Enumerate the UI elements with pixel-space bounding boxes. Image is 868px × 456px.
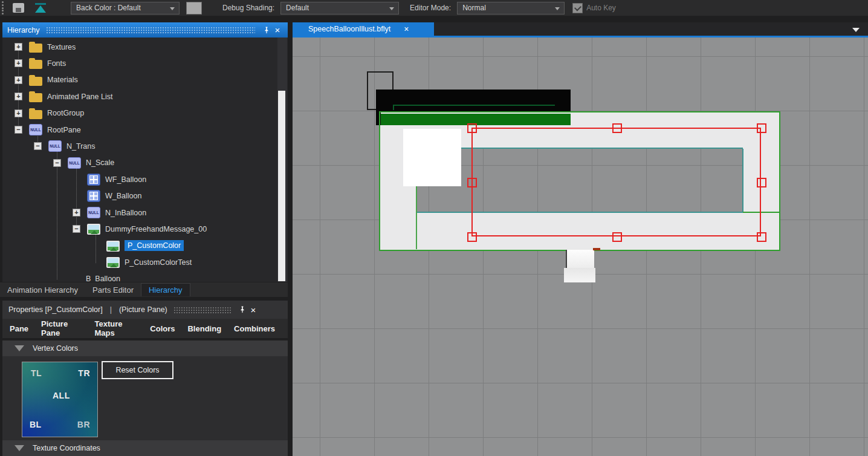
null-pane-icon: NULL [68,157,81,169]
pin-icon[interactable] [237,304,248,315]
vertex-label-tl[interactable]: TL [31,368,42,378]
selection-rectangle[interactable] [471,128,761,236]
back-color-value: Back Color : Default [76,4,141,12]
document-tab-bar: SpeechBalloonIllust.bflyt × [293,22,868,36]
auto-key-checkbox[interactable] [572,3,583,13]
tree-item-label[interactable]: N_InBalloon [105,209,146,217]
chevron-down-icon [389,7,394,10]
tree-row[interactable]: W_Balloon [2,188,277,204]
editor-mode-value: Normal [462,4,486,12]
balloon-tail-bottom[interactable] [564,268,595,282]
hierarchy-bottom-tabs: Animation HierarchyParts EditorHierarchy [0,282,288,297]
tree-row[interactable]: +NULLN_InBalloon [2,204,277,221]
selection-handle[interactable] [612,123,622,133]
white-picture-pane[interactable] [403,129,461,186]
tree-row[interactable]: −NULLN_Scale [2,155,277,171]
back-color-dropdown[interactable]: Back Color : Default [71,2,180,15]
tree-item-label[interactable]: P_CustomColorTest [125,258,192,267]
tree-row[interactable]: +Materials [2,72,277,88]
reset-colors-button[interactable]: Reset Colors [102,361,173,379]
tree-item-label[interactable]: Textures [47,43,76,51]
tree-item-label[interactable]: B_Balloon [86,275,120,282]
tree-expander-icon[interactable]: + [15,59,22,67]
vertex-label-all[interactable]: ALL [53,391,70,400]
tree-item-label[interactable]: N_Scale [86,158,114,167]
vertex-label-br[interactable]: BR [77,420,90,429]
properties-tab-texture-maps[interactable]: Texture Maps [94,319,137,337]
tree-expander-icon[interactable]: + [15,76,22,84]
properties-tab-colors[interactable]: Colors [150,324,175,333]
toolbar-grip-handle[interactable] [2,1,5,15]
window-icon[interactable] [13,2,26,13]
tree-row[interactable]: P_CustomColorTest [2,254,277,270]
teal-funnel-icon[interactable] [34,2,48,13]
properties-tab-picture-pane[interactable]: Picture Pane [41,319,82,337]
tab-hierarchy[interactable]: Hierarchy [141,283,190,296]
tree-row[interactable]: B_Balloon [2,271,277,282]
tree-item-label[interactable]: DummyFreehandMessage_00 [105,225,207,233]
selection-handle[interactable] [757,232,766,242]
tree-item-label[interactable]: WF_Balloon [105,175,146,184]
vertex-label-tr[interactable]: TR [78,368,90,378]
tab-animation-hierarchy[interactable]: Animation Hierarchy [0,284,85,296]
close-icon[interactable]: × [404,25,409,33]
balloon-tail-top[interactable] [566,250,594,269]
layout-canvas[interactable] [293,37,868,456]
tree-row[interactable]: WF_Balloon [2,171,277,187]
document-tab[interactable]: SpeechBalloonIllust.bflyt × [293,22,434,36]
editor-mode-dropdown[interactable]: Normal [457,2,565,15]
debug-shading-dropdown[interactable]: Default [280,2,399,15]
hierarchy-panel-header[interactable]: Hierarchy × [2,22,288,37]
selection-handle[interactable] [467,178,477,187]
debug-shading-label: Debug Shading: [222,4,274,12]
tree-expander-icon[interactable]: + [15,109,22,117]
tree-item-label[interactable]: RootPane [47,126,81,134]
vertex-label-bl[interactable]: BL [30,420,42,429]
tree-expander-icon[interactable]: − [53,159,61,167]
scrollbar-track[interactable] [277,37,287,282]
selection-handle[interactable] [612,232,622,242]
tree-item-label[interactable]: RootGroup [47,109,84,117]
close-icon[interactable]: × [272,25,283,36]
tree-row[interactable]: −NULLN_Trans [2,138,277,154]
collapse-triangle-icon[interactable] [15,445,24,451]
tree-row[interactable]: P_CustomColor [2,238,277,254]
tree-item-label[interactable]: Fonts [47,59,66,68]
selection-handle[interactable] [757,178,766,187]
tree-item-label[interactable]: N_Trans [66,142,95,151]
collapse-triangle-icon[interactable] [15,345,24,351]
tree-row[interactable]: +Fonts [2,55,277,71]
selection-handle[interactable] [467,123,477,133]
vertex-color-gradient-box[interactable]: TL TR ALL BL BR [22,362,98,437]
pin-icon[interactable] [261,25,272,36]
tab-list-dropdown-icon[interactable] [852,28,860,32]
properties-panel-header[interactable]: Properties [P_CustomColor] | (Picture Pa… [2,301,288,319]
texture-coordinates-section-header[interactable]: Texture Coordinates [2,440,288,456]
back-color-swatch[interactable] [186,2,202,15]
tree-expander-icon[interactable]: − [73,225,80,233]
tree-expander-icon[interactable]: − [15,126,22,134]
tree-expander-icon[interactable]: + [15,93,22,100]
tree-row[interactable]: −NULLRootPane [2,122,277,138]
properties-tab-combiners[interactable]: Combiners [234,324,275,333]
selection-handle[interactable] [757,123,766,133]
tree-row[interactable]: +Animated Pane List [2,88,277,105]
tree-item-label[interactable]: W_Balloon [105,192,141,200]
tab-parts-editor[interactable]: Parts Editor [85,284,141,296]
properties-tabs: PanePicture PaneTexture MapsColorsBlendi… [2,319,288,338]
tree-item-label[interactable]: Animated Pane List [47,93,112,101]
vertex-colors-section-header[interactable]: Vertex Colors [2,340,288,356]
tree-row[interactable]: −DummyFreehandMessage_00 [2,221,277,237]
close-icon[interactable]: × [248,304,259,315]
scrollbar-thumb[interactable] [278,91,285,281]
tree-item-label[interactable]: Materials [47,76,78,84]
selection-handle[interactable] [467,232,477,242]
properties-tab-pane[interactable]: Pane [10,324,28,333]
tree-expander-icon[interactable]: + [73,209,80,217]
tree-row[interactable]: +Textures [2,39,277,55]
tree-expander-icon[interactable]: + [15,43,22,51]
tree-item-label[interactable]: P_CustomColor [125,240,184,251]
properties-tab-blending[interactable]: Blending [187,324,221,333]
tree-row[interactable]: +RootGroup [2,105,277,122]
tree-expander-icon[interactable]: − [34,142,42,150]
